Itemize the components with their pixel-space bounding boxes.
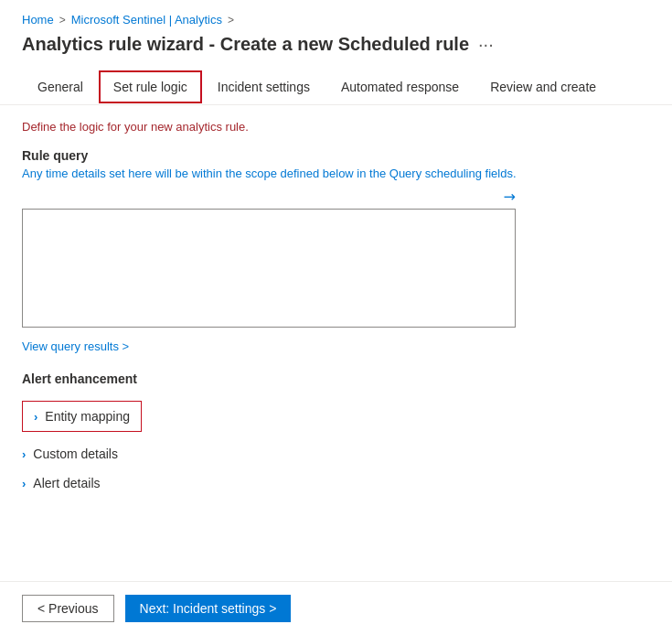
previous-button[interactable]: < Previous xyxy=(22,595,114,622)
breadcrumb-home[interactable]: Home xyxy=(22,13,54,27)
main-content: Define the logic for your new analytics … xyxy=(0,105,672,520)
tabs-bar: General Set rule logic Incident settings… xyxy=(0,70,672,105)
rule-query-input[interactable] xyxy=(22,209,516,328)
custom-details-label: Custom details xyxy=(33,447,118,461)
breadcrumb-sep2: > xyxy=(228,14,234,27)
alert-enhancement-title: Alert enhancement xyxy=(22,371,650,386)
custom-details-item[interactable]: › Custom details xyxy=(22,447,650,461)
chevron-right-icon-2: › xyxy=(22,447,26,461)
breadcrumb-sep1: > xyxy=(59,14,66,27)
rule-query-subtitle: Any time details set here will be within… xyxy=(22,167,650,180)
rule-query-title: Rule query xyxy=(22,148,650,163)
alert-details-label: Alert details xyxy=(33,476,100,490)
alert-details-item[interactable]: › Alert details xyxy=(22,476,650,490)
rule-query-section: Rule query Any time details set here wil… xyxy=(22,148,650,330)
entity-mapping-label: Entity mapping xyxy=(45,409,130,424)
view-query-results-link[interactable]: View query results > xyxy=(22,339,129,353)
expand-icon-area: ↗ xyxy=(22,188,516,205)
entity-mapping-item[interactable]: › Entity mapping xyxy=(22,401,142,432)
tab-review-and-create[interactable]: Review and create xyxy=(475,70,612,104)
chevron-right-icon-3: › xyxy=(22,477,26,490)
chevron-right-icon: › xyxy=(34,410,37,424)
expand-icon[interactable]: ↗ xyxy=(499,186,520,207)
tab-incident-settings[interactable]: Incident settings xyxy=(202,70,325,104)
breadcrumb: Home > Microsoft Sentinel | Analytics > xyxy=(0,0,672,34)
footer: < Previous Next: Incident settings > xyxy=(0,581,672,635)
tab-general[interactable]: General xyxy=(22,70,99,104)
breadcrumb-sentinel[interactable]: Microsoft Sentinel | Analytics xyxy=(71,13,222,27)
more-options-icon[interactable]: ··· xyxy=(478,34,494,55)
tab-automated-response[interactable]: Automated response xyxy=(325,70,475,104)
define-text: Define the logic for your new analytics … xyxy=(22,120,650,134)
page-title: Analytics rule wizard - Create a new Sch… xyxy=(22,34,469,55)
next-button[interactable]: Next: Incident settings > xyxy=(125,595,292,622)
tab-set-rule-logic[interactable]: Set rule logic xyxy=(99,70,202,103)
page-title-area: Analytics rule wizard - Create a new Sch… xyxy=(0,34,672,70)
